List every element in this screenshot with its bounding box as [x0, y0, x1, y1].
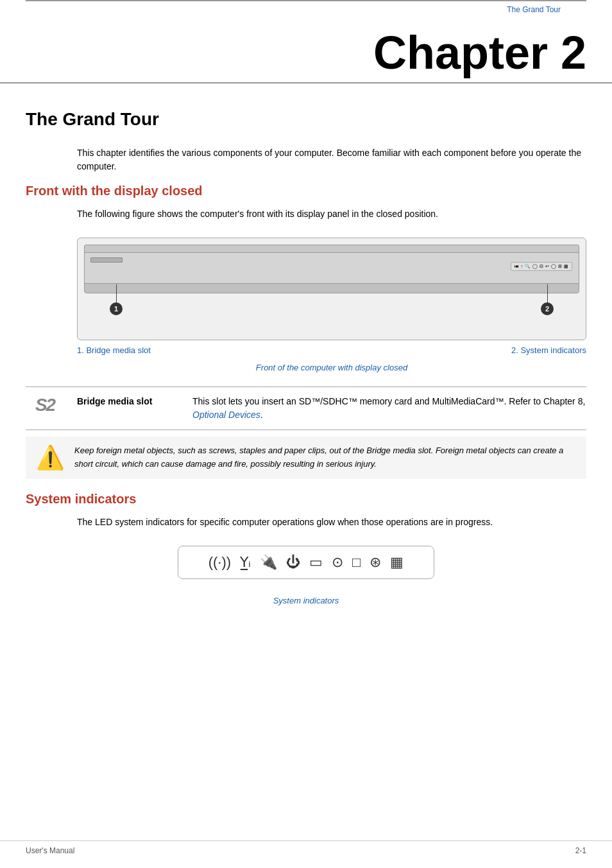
subsection2-title: System indicators: [0, 485, 612, 512]
figure-labels: 1. Bridge media slot 2. System indicator…: [77, 340, 586, 360]
media-slot: [90, 257, 123, 263]
warning-text: Keep foreign metal objects, such as scre…: [74, 444, 576, 471]
callout-2: 2: [541, 284, 554, 315]
laptop-diagram: ⏮↑🔍◯⊟↩◯⊞▦ 1 2: [77, 238, 586, 340]
brightness-indicator-icon: ⊛: [370, 554, 381, 571]
callout-2-circle: 2: [541, 302, 554, 315]
footer-left: User's Manual: [26, 846, 74, 855]
subsection2-body: The LED system indicators for specific c…: [0, 512, 612, 533]
header-title: The Grand Tour: [507, 5, 561, 14]
indicators-container: ((·)) Y̲ᵢ 🔌 ⏻ ▭ ⊙ □ ⊛ ▦ System indicator…: [77, 546, 535, 609]
page-footer: User's Manual 2-1: [0, 840, 612, 855]
power-indicator-icon: ⏻: [286, 554, 300, 571]
sd-card-icon: S2: [26, 395, 64, 415]
callout2-label: 2. System indicators: [511, 345, 586, 355]
numlock-indicator-icon: ▦: [390, 554, 404, 571]
warning-icon: ⚠️: [36, 444, 64, 471]
page: The Grand Tour Chapter 2 The Grand Tour …: [0, 0, 612, 868]
indicators-diagram-caption: System indicators: [77, 592, 535, 609]
plug-indicator-icon: 🔌: [260, 554, 277, 571]
media-indicator-icon: □: [352, 554, 361, 571]
bridge-media-text: This slot lets you insert an SD™/SDHC™ m…: [192, 396, 585, 406]
figure-area: ⏮↑🔍◯⊟↩◯⊞▦ 1 2 1. Bridge media slot 2. Sy…: [77, 238, 586, 380]
callout-1-line: [116, 284, 117, 302]
optional-devices-link[interactable]: Optional Devices: [192, 410, 260, 420]
bridge-media-label: Bridge media slot: [77, 395, 180, 406]
page-header: The Grand Tour: [26, 0, 586, 17]
signal-indicator-icon: Y̲ᵢ: [240, 554, 251, 571]
subsection1-title: Front with the display closed: [0, 177, 612, 204]
chapter-number: Chapter 2: [26, 30, 586, 76]
bridge-media-suffix: .: [260, 410, 263, 420]
intro-paragraph: This chapter identifies the various comp…: [0, 143, 612, 177]
section-title: The Grand Tour: [0, 103, 612, 143]
warning-box: ⚠️ Keep foreign metal objects, such as s…: [26, 437, 586, 479]
bridge-media-row: S2 Bridge media slot This slot lets you …: [26, 387, 586, 430]
indicators-diagram: ((·)) Y̲ᵢ 🔌 ⏻ ▭ ⊙ □ ⊛ ▦: [178, 546, 434, 579]
laptop-lid-body: ⏮↑🔍◯⊟↩◯⊞▦: [84, 252, 579, 284]
disk-indicator-icon: ⊙: [332, 554, 343, 571]
callout-2-line: [547, 284, 548, 302]
info-table: S2 Bridge media slot This slot lets you …: [26, 386, 586, 430]
callout-1-circle: 1: [110, 302, 123, 315]
callout1-label: 1. Bridge media slot: [77, 345, 151, 355]
wifi-indicator-icon: ((·)): [208, 554, 231, 571]
callout-1: 1: [110, 284, 123, 315]
footer-right: 2-1: [575, 846, 586, 855]
laptop-base: [84, 283, 579, 293]
subsection1-body: The following figure shows the computer'…: [0, 204, 612, 225]
laptop-indicator-bar: ⏮↑🔍◯⊟↩◯⊞▦: [511, 262, 573, 271]
battery-indicator-icon: ▭: [309, 554, 323, 571]
figure-caption: Front of the computer with display close…: [77, 360, 586, 380]
bridge-media-content: This slot lets you insert an SD™/SDHC™ m…: [192, 395, 586, 422]
chapter-block: Chapter 2: [0, 17, 612, 83]
